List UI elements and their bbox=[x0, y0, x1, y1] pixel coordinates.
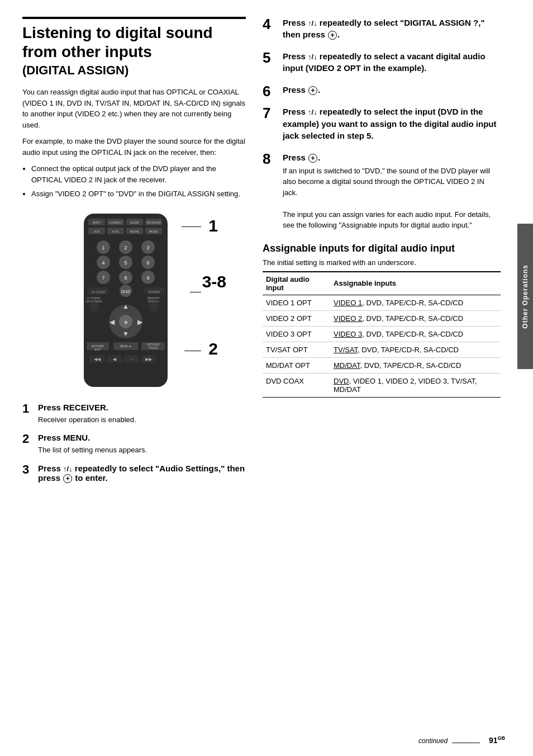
page-title-block: Listening to digital sound from other in… bbox=[22, 17, 246, 78]
step-3-number: 3 bbox=[22, 464, 29, 476]
svg-text:→: → bbox=[129, 357, 134, 362]
svg-text:▶▶: ▶▶ bbox=[145, 357, 153, 362]
col-header-assignable: Assignable inputs bbox=[330, 272, 501, 295]
callout-label-1: 1 bbox=[208, 216, 218, 235]
step-8-block: 8 Press +. If an input is switched to "D… bbox=[263, 152, 501, 231]
svg-text:ENTER: ENTER bbox=[149, 290, 160, 294]
intro-text-1: You can reassign digital audio input tha… bbox=[22, 87, 246, 130]
svg-text:SHIFT: SHIFT bbox=[93, 221, 101, 224]
svg-text:8: 8 bbox=[124, 275, 127, 281]
table-row: VIDEO 3 OPT VIDEO 3, DVD, TAPE/CD-R, SA-… bbox=[263, 326, 501, 342]
step-7-block: 7 Press ↑/↓ repeatedly to select the inp… bbox=[263, 106, 501, 141]
svg-text:TOOLS: TOOLS bbox=[149, 346, 159, 349]
step-5-block: 5 Press ↑/↓ repeatedly to select a vacan… bbox=[263, 50, 501, 74]
step-2-block: 2 Press MENU. The list of setting menus … bbox=[22, 433, 246, 456]
svg-text:2CH: 2CH bbox=[94, 230, 99, 233]
step-8-body: If an input is switched to "DVD," the so… bbox=[283, 166, 501, 231]
step-4-title: Press ↑/↓ repeatedly to select "DIGITAL … bbox=[283, 17, 501, 40]
table-row: VIDEO 2 OPT VIDEO 2, DVD, TAPE/CD-R, SA-… bbox=[263, 310, 501, 326]
page-bottom: continued 91GB bbox=[418, 735, 505, 745]
step-1-number: 1 bbox=[22, 403, 29, 415]
step-4-content: Press ↑/↓ repeatedly to select "DIGITAL … bbox=[283, 17, 501, 40]
step-5-title: Press ↑/↓ repeatedly to select a vacant … bbox=[283, 50, 501, 74]
svg-text:MENU ⊕: MENU ⊕ bbox=[120, 344, 131, 348]
callout-label-2: 2 bbox=[208, 339, 218, 358]
assignable-cell: VIDEO 2, DVD, TAPE/CD-R, SA-CD/CD bbox=[330, 310, 501, 326]
left-column: Listening to digital sound from other in… bbox=[22, 17, 246, 739]
step-5-content: Press ↑/↓ repeatedly to select a vacant … bbox=[283, 50, 501, 74]
svg-text:EXIT: EXIT bbox=[94, 348, 101, 351]
table-row: VIDEO 1 OPT VIDEO 1, DVD, TAPE/CD-R, SA-… bbox=[263, 295, 501, 310]
step-7-title: Press ↑/↓ repeatedly to select the input… bbox=[283, 106, 501, 141]
step-1-body: Receiver operation is enabled. bbox=[38, 414, 246, 426]
svg-text:1: 1 bbox=[102, 245, 104, 251]
step-2-number: 2 bbox=[22, 433, 29, 445]
svg-text:A.DIRECT: A.DIRECT bbox=[109, 221, 122, 224]
svg-text:RECEIVER: RECEIVER bbox=[146, 221, 161, 224]
svg-text:MOVIE: MOVIE bbox=[130, 230, 140, 233]
step-4-block: 4 Press ↑/↓ repeatedly to select "DIGITA… bbox=[263, 17, 501, 40]
step-2-title: Press MENU. bbox=[38, 433, 246, 442]
page-number: 91GB bbox=[489, 735, 505, 745]
callout-label-38: 3-8 bbox=[202, 272, 226, 291]
table-header: Digital audio input Assignable inputs bbox=[263, 272, 501, 295]
input-cell: MD/DAT OPT bbox=[263, 357, 330, 373]
assignable-cell: VIDEO 3, DVD, TAPE/CD-R, SA-CD/CD bbox=[330, 326, 501, 342]
step-3-block: 3 Press ↑/↓ repeatedly to select "Audio … bbox=[22, 464, 246, 485]
table-row: DVD COAX DVD, VIDEO 1, VIDEO 2, VIDEO 3,… bbox=[263, 373, 501, 397]
step-6-number: 6 bbox=[263, 84, 270, 98]
input-cell: VIDEO 1 OPT bbox=[263, 295, 330, 310]
assignable-table: Digital audio input Assignable inputs VI… bbox=[263, 271, 501, 398]
remote-image-container: SHIFT A.DIRECT SLEEP RECEIVER 2CH A.F.D. bbox=[22, 211, 246, 391]
step-3-content: Press ↑/↓ repeatedly to select "Audio Se… bbox=[38, 464, 246, 483]
bullet-list: Connect the optical output jack of the D… bbox=[31, 163, 246, 200]
assignable-cell: MD/DAT, DVD, TAPE/CD-R, SA-CD/CD bbox=[330, 357, 501, 373]
table-row: MD/DAT OPT MD/DAT, DVD, TAPE/CD-R, SA-CD… bbox=[263, 357, 501, 373]
intro-text-2: For example, to make the DVD player the … bbox=[22, 136, 246, 158]
page-title-main: Listening to digital sound from other in… bbox=[22, 23, 246, 61]
input-cell: VIDEO 2 OPT bbox=[263, 310, 330, 326]
continued-label: continued bbox=[418, 737, 448, 745]
svg-text:>10 CLEAR: >10 CLEAR bbox=[91, 290, 106, 294]
svg-text:A.F.D.: A.F.D. bbox=[112, 230, 120, 233]
svg-text:3: 3 bbox=[146, 245, 149, 251]
assignable-subtitle: The initial setting is marked with an un… bbox=[263, 258, 501, 267]
svg-text:MUSIC: MUSIC bbox=[149, 230, 159, 233]
step-6-content: Press +. bbox=[283, 84, 501, 96]
svg-text:◀: ◀ bbox=[113, 357, 117, 362]
step-1-block: 1 Press RECEIVER. Receiver operation is … bbox=[22, 403, 246, 426]
assignable-section: Assignable inputs for digital audio inpu… bbox=[263, 242, 501, 398]
remote-svg: SHIFT A.DIRECT SLEEP RECEIVER 2CH A.F.D. bbox=[73, 211, 179, 390]
svg-text:▶: ▶ bbox=[137, 318, 143, 326]
assignable-title: Assignable inputs for digital audio inpu… bbox=[263, 242, 501, 255]
step-2-content: Press MENU. The list of setting menus ap… bbox=[38, 433, 246, 456]
bullet-item-1: Connect the optical output jack of the D… bbox=[31, 163, 246, 185]
step-6-title: Press +. bbox=[283, 84, 501, 96]
svg-text:5: 5 bbox=[124, 260, 127, 266]
input-cell: VIDEO 3 OPT bbox=[263, 326, 330, 342]
table-row: TV/SAT OPT TV/SAT, DVD, TAPE/CD-R, SA-CD… bbox=[263, 342, 501, 357]
step-2-body: The list of setting menus appears. bbox=[38, 445, 246, 456]
side-tab: Other Operations bbox=[517, 224, 533, 369]
svg-text:4: 4 bbox=[102, 260, 104, 266]
assignable-cell: TV/SAT, DVD, TAPE/CD-R, SA-CD/CD bbox=[330, 342, 501, 357]
side-tab-label: Other Operations bbox=[521, 264, 529, 329]
page-title-subtitle: (DIGITAL ASSIGN) bbox=[22, 63, 246, 78]
step-6-block: 6 Press +. bbox=[263, 84, 501, 96]
svg-point-46 bbox=[149, 302, 159, 312]
step-4-number: 4 bbox=[263, 17, 270, 31]
step-8-content: Press +. If an input is switched to "DVD… bbox=[283, 152, 501, 231]
table-header-row: Digital audio input Assignable inputs bbox=[263, 272, 501, 295]
svg-text:9: 9 bbox=[146, 275, 149, 281]
right-column: 4 Press ↑/↓ repeatedly to select "DIGITA… bbox=[263, 17, 501, 739]
step-1-content: Press RECEIVER. Receiver operation is en… bbox=[38, 403, 246, 426]
assignable-cell: DVD, VIDEO 1, VIDEO 2, VIDEO 3, TV/SAT, … bbox=[330, 373, 501, 397]
step-7-content: Press ↑/↓ repeatedly to select the input… bbox=[283, 106, 501, 141]
svg-text:7: 7 bbox=[102, 275, 104, 281]
bullet-item-2: Assign "VIDEO 2 OPT" to "DVD" in the DIG… bbox=[31, 188, 246, 200]
col-header-input: Digital audio input bbox=[263, 272, 330, 295]
svg-text:6: 6 bbox=[146, 260, 149, 266]
input-cell: TV/SAT OPT bbox=[263, 342, 330, 357]
step-5-number: 5 bbox=[263, 50, 270, 65]
svg-text:▼: ▼ bbox=[122, 330, 129, 338]
